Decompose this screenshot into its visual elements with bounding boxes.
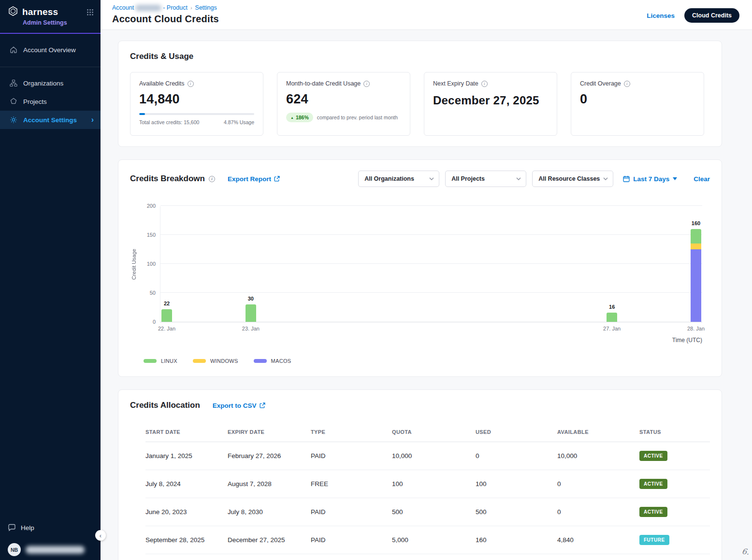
page-title: Account Cloud Credits <box>112 14 219 25</box>
table-row: June 20, 2023July 8, 2030PAID5005000ACTI… <box>145 498 710 526</box>
sidebar-item-account-overview[interactable]: Account Overview <box>0 41 101 59</box>
mtd-usage-value: 624 <box>286 92 401 107</box>
cell-available: 4,840 <box>557 536 639 544</box>
app: harness Admin Settings Account OverviewO… <box>0 0 752 560</box>
external-link-icon <box>274 176 280 182</box>
legend-swatch <box>193 359 206 363</box>
help-icon <box>8 524 16 531</box>
projects-select[interactable]: All Projects <box>445 171 526 187</box>
caret-down-icon <box>673 177 677 180</box>
info-icon[interactable] <box>188 81 194 87</box>
export-csv-link[interactable]: Export to CSV <box>213 402 265 409</box>
cell-start: January 1, 2025 <box>145 452 228 459</box>
avatar[interactable]: NB <box>8 543 21 556</box>
bar-value-label: 30 <box>248 296 254 302</box>
organizations-select[interactable]: All Organizations <box>358 171 439 187</box>
chart-bar[interactable] <box>246 304 256 322</box>
sidebar-item-account-settings[interactable]: Account Settings› <box>0 111 101 129</box>
y-axis-title: Credit Usage <box>130 206 138 322</box>
resource-classes-select[interactable]: All Resource Classes <box>532 171 613 187</box>
delta-badge: 186% <box>286 113 313 122</box>
chart-bar[interactable] <box>691 229 701 322</box>
info-icon[interactable] <box>363 81 370 87</box>
info-icon[interactable] <box>481 81 488 87</box>
y-tick-label: 150 <box>147 232 156 238</box>
external-link-icon <box>260 402 265 408</box>
cloud-credits-button[interactable]: Cloud Credits <box>684 8 739 23</box>
y-tick-label: 200 <box>147 203 156 209</box>
breadcrumb-account-link[interactable]: Account <box>112 4 134 11</box>
sidebar-header: harness Admin Settings <box>0 0 101 34</box>
sidebar-divider <box>0 67 101 67</box>
cell-quota: 5,000 <box>392 536 476 544</box>
chart-legend: LINUXWINDOWSMACOS <box>144 358 710 364</box>
chevron-down-icon <box>429 177 434 180</box>
chart-bar[interactable] <box>607 313 617 322</box>
harness-logo-icon <box>8 6 18 18</box>
help-label: Help <box>21 524 34 531</box>
cell-expiry: August 7, 2028 <box>228 480 311 488</box>
column-header: QUOTA <box>392 429 476 435</box>
x-tick-label: 28. Jan <box>687 326 705 331</box>
legend-item-macos[interactable]: MACOS <box>254 358 291 364</box>
legend-item-linux[interactable]: LINUX <box>144 358 177 364</box>
gridline <box>160 234 702 235</box>
export-report-link[interactable]: Export Report <box>228 175 280 183</box>
admin-settings-label: Admin Settings <box>23 19 94 26</box>
x-axis-title: Time (UTC) <box>138 337 702 344</box>
legend-swatch <box>254 359 267 363</box>
column-header: STATUS <box>639 429 710 435</box>
sidebar-item-projects[interactable]: Projects <box>0 92 101 111</box>
calendar-icon <box>623 175 630 182</box>
column-header: AVAILABLE <box>557 429 639 435</box>
credits-breakdown-title: Credits Breakdown <box>130 174 205 184</box>
bar-segment <box>246 304 256 322</box>
bar-value-label: 160 <box>692 220 700 226</box>
total-active-credits: Total active credits: 15,600 <box>139 119 199 125</box>
sidebar-collapse-handle[interactable]: ‹ <box>95 530 106 541</box>
credits-allocation-title: Credits Allocation <box>130 401 200 410</box>
cell-available: 10,000 <box>557 452 639 459</box>
chart-bar[interactable] <box>161 309 172 322</box>
credits-breakdown-chart: Credit Usage 0501001502002222. Jan3023. … <box>130 206 710 344</box>
info-icon[interactable] <box>624 81 630 87</box>
credits-allocation-card: Credits Allocation Export to CSV START D… <box>118 389 722 560</box>
breadcrumb: Account - Product › Settings <box>112 4 219 11</box>
bar-value-label: 16 <box>609 304 615 310</box>
sidebar-item-organizations[interactable]: Organizations <box>0 74 101 92</box>
info-icon[interactable] <box>209 176 215 182</box>
chevron-right-icon: › <box>91 116 94 124</box>
next-expiry-value: December 27, 2025 <box>433 93 548 108</box>
gridline <box>160 292 702 293</box>
usage-percent: 4.87% Usage <box>224 119 254 125</box>
cell-available: 0 <box>557 508 639 516</box>
legend-item-windows[interactable]: WINDOWS <box>193 358 238 364</box>
cell-quota: 10,000 <box>392 452 476 459</box>
breadcrumb-separator-icon: › <box>190 5 192 11</box>
column-header: START DATE <box>145 429 228 435</box>
credits-progress-fill <box>139 113 145 115</box>
project-icon <box>9 97 18 106</box>
redacted-account-name <box>135 5 161 11</box>
sidebar-item-label: Organizations <box>23 80 63 87</box>
bar-segment <box>691 244 701 249</box>
licenses-link[interactable]: Licenses <box>647 12 675 19</box>
breadcrumb-product-link[interactable]: - Product <box>163 4 188 11</box>
cell-expiry: February 27, 2026 <box>228 452 311 459</box>
harness-logo-text: harness <box>22 7 83 17</box>
chevron-down-icon <box>516 177 521 180</box>
cell-used: 500 <box>476 508 557 516</box>
breadcrumb-settings-link[interactable]: Settings <box>195 4 217 11</box>
date-range-picker[interactable]: Last 7 Days <box>623 175 677 183</box>
table-row: September 28, 2025December 27, 2025PAID5… <box>145 526 710 554</box>
clear-filters-link[interactable]: Clear <box>694 175 710 183</box>
allocation-table: START DATEEXPIRY DATETYPEQUOTAUSEDAVAILA… <box>145 422 710 554</box>
table-row: July 8, 2024August 7, 2028FREE1001000ACT… <box>145 470 710 498</box>
sidebar-item-label: Account Settings <box>23 116 77 124</box>
cell-type: PAID <box>311 452 392 459</box>
help-button[interactable]: Help <box>8 524 93 531</box>
module-grid-icon[interactable] <box>87 9 94 16</box>
credits-usage-title: Credits & Usage <box>130 52 710 61</box>
cell-used: 160 <box>476 536 557 544</box>
main: Account - Product › Settings Account Clo… <box>101 0 752 560</box>
